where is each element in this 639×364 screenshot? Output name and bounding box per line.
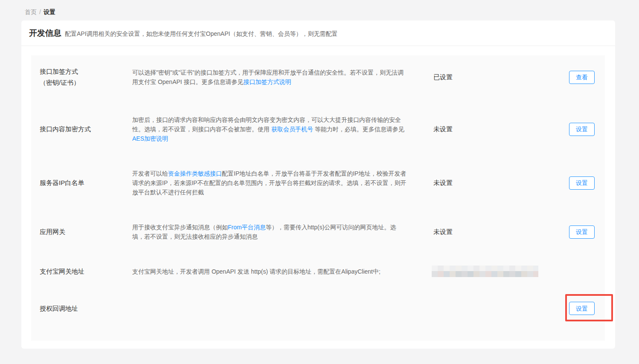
status-text: 已设置 (433, 73, 453, 81)
description-text: 等能力时，必填。更多信息请参见 (313, 126, 404, 133)
breadcrumb: 首页/设置 (0, 0, 639, 17)
page-title: 开发信息 (29, 28, 61, 39)
status-text: 未设置 (433, 125, 453, 133)
page-subtitle: 配置API调用相关的安全设置，如您未使用任何支付宝OpenAPI（如支付、营销、… (65, 29, 337, 38)
row-status-column: 已设置 (433, 73, 544, 81)
breadcrumb-home[interactable]: 首页 (25, 9, 37, 15)
status-text: 未设置 (433, 179, 453, 186)
row-label: 接口内容加密方式 (40, 124, 125, 135)
view-button[interactable]: 查看 (569, 71, 595, 84)
inline-link[interactable]: AES加密说明 (132, 135, 168, 142)
row-status-column (433, 266, 544, 277)
row-label-column: 应用网关 (40, 226, 125, 237)
inline-link[interactable]: From平台消息 (228, 224, 266, 231)
row-label: 支付宝网关地址 (40, 266, 125, 277)
row-content-encryption: 接口内容加密方式 加密后，接口的请求内容和响应内容将会由明文内容变为密文内容，可… (40, 114, 605, 144)
set-button[interactable]: 设置 (569, 225, 595, 239)
row-interface-sign-method: 接口加签方式（密钥/证书） 可以选择"密钥"或"证书"的接口加签方式，用于保障应… (40, 64, 605, 90)
row-label-line2: （密钥/证书） (40, 77, 125, 88)
row-description: 开发者可以给资金操作类敏感接口配置IP地址白名单，开放平台将基于开发者配置的IP… (132, 169, 407, 197)
row-label-column: 授权回调地址 (40, 303, 125, 314)
row-action-column: 设置 (569, 302, 595, 315)
row-action-column: 查看 (569, 71, 595, 84)
row-label: 应用网关 (40, 226, 125, 237)
row-status-column: 未设置 (433, 125, 544, 133)
description-text: 开发者可以给 (132, 170, 168, 177)
row-action-column: 设置 (569, 176, 595, 190)
row-label: 服务器IP白名单 (40, 177, 125, 188)
breadcrumb-current: 设置 (44, 9, 55, 15)
settings-panel: 接口加签方式（密钥/证书） 可以选择"密钥"或"证书"的接口加签方式，用于保障应… (31, 55, 605, 341)
description-text: 支付宝网关地址，开发者调用 OpenAPI 发送 http(s) 请求的目标地址… (132, 268, 380, 275)
row-description: 可以选择"密钥"或"证书"的接口加签方式，用于保障应用和开放平台通信的安全性。若… (132, 68, 407, 87)
description-text: 用于接收支付宝异步通知消息（例如 (132, 224, 228, 231)
set-button[interactable]: 设置 (569, 302, 595, 315)
set-button[interactable]: 设置 (569, 176, 595, 190)
row-description: 加密后，接口的请求内容和响应内容将会由明文内容变为密文内容，可以大大提升接口内容… (132, 115, 407, 143)
row-action-column: 设置 (569, 225, 595, 239)
row-description: 用于接收支付宝异步通知消息（例如From平台消息等），需要传入http(s)公网… (132, 222, 407, 241)
dev-info-card: 开发信息 配置API调用相关的安全设置，如您未使用任何支付宝OpenAPI（如支… (21, 20, 615, 349)
status-text: 未设置 (433, 228, 453, 235)
inline-link[interactable]: 获取会员手机号 (271, 126, 313, 133)
row-server-ip-allowlist: 服务器IP白名单 开发者可以给资金操作类敏感接口配置IP地址白名单，开放平台将基… (40, 168, 605, 198)
row-alipay-gateway-url: 支付宝网关地址 支付宝网关地址，开发者调用 OpenAPI 发送 http(s)… (40, 264, 605, 278)
breadcrumb-separator: / (39, 9, 41, 15)
row-label-column: 服务器IP白名单 (40, 177, 125, 188)
row-label: 授权回调地址 (40, 303, 125, 314)
row-action-column: 设置 (569, 123, 595, 136)
set-button[interactable]: 设置 (569, 123, 595, 136)
row-auth-callback-url: 授权回调地址 设置 (40, 302, 605, 315)
row-label: 接口加签方式 (40, 66, 125, 77)
row-label-column: 接口内容加密方式 (40, 124, 125, 135)
row-label-column: 支付宝网关地址 (40, 266, 125, 277)
redacted-value-mosaic (432, 266, 538, 277)
inline-link[interactable]: 资金操作类敏感接口 (168, 170, 222, 177)
row-description: 支付宝网关地址，开发者调用 OpenAPI 发送 http(s) 请求的目标地址… (132, 267, 407, 276)
row-status-column: 未设置 (433, 228, 544, 236)
card-header: 开发信息 配置API调用相关的安全设置，如您未使用任何支付宝OpenAPI（如支… (21, 20, 615, 46)
row-label-column: 接口加签方式（密钥/证书） (40, 66, 125, 88)
inline-link[interactable]: 接口加签方式说明 (244, 78, 291, 85)
row-status-column: 未设置 (433, 179, 544, 187)
row-app-gateway: 应用网关 用于接收支付宝异步通知消息（例如From平台消息等），需要传入http… (40, 222, 605, 242)
